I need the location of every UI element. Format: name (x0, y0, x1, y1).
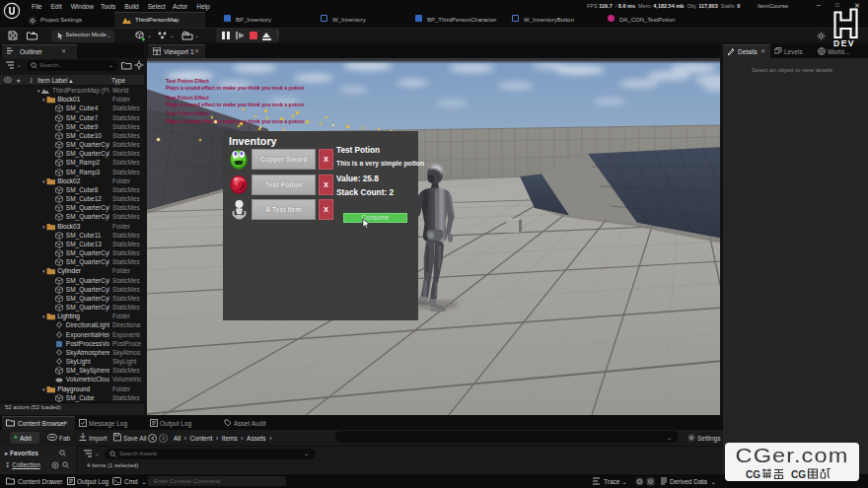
svg-text:DEV: DEV (833, 38, 855, 47)
svg-text:CG: CG (791, 469, 806, 480)
svg-text:CG: CG (746, 469, 760, 480)
